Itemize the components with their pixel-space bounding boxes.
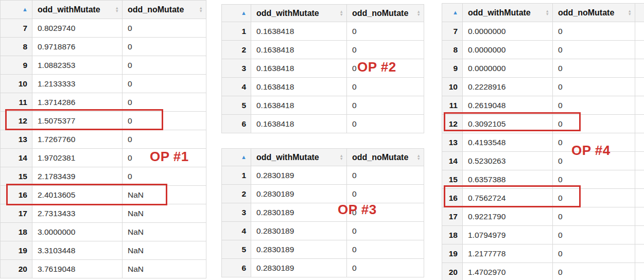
column-header-odd-withmutate[interactable]: odd_withMutate▲▼ [463, 4, 553, 22]
column-label: odd_withMutate [38, 5, 100, 14]
row-number-cell: 15 [1, 167, 32, 186]
data-cell: 0 [553, 226, 635, 244]
table-row: 193.3103448NaN [1, 241, 206, 260]
row-number-header[interactable]: ▲ [1, 1, 32, 19]
table-row: 40.28301890 [222, 222, 424, 240]
column-header-odd-nomutate[interactable]: odd_noMutate▲▼ [347, 5, 424, 22]
row-number-cell: 5 [222, 240, 251, 259]
table-row: 80.00000000 [442, 41, 644, 59]
data-cell: 0 [553, 59, 635, 78]
data-cell: 0.9221790 [463, 207, 553, 226]
data-cell: 0 [347, 185, 424, 203]
data-cell: 0 [123, 130, 206, 149]
table-header-row: ▲ odd_withMutate▲▼ odd_noMutate▲▼ [442, 4, 644, 22]
data-cell: NaN [123, 260, 206, 278]
row-number-cell: 9 [442, 59, 463, 78]
row-number-header[interactable]: ▲ [442, 4, 463, 22]
data-cell: NaN [123, 223, 206, 241]
annotation-label-op1: OP #1 [150, 150, 189, 164]
column-label: odd_noMutate [558, 8, 614, 18]
data-cell: 1.4702970 [463, 263, 553, 280]
annotation-label-op4: OP #4 [571, 144, 611, 157]
data-cell: 0.2830189 [251, 259, 347, 277]
data-cell: 0 [347, 115, 424, 133]
column-header-odd-withmutate[interactable]: odd_withMutate▲▼ [251, 149, 347, 166]
row-number-cell: 7 [442, 22, 463, 41]
row-number-cell: 1 [222, 166, 251, 185]
annotation-box-op1-row16 [6, 184, 167, 205]
data-cell: 0 [553, 263, 635, 280]
row-number-cell: 3 [222, 203, 251, 222]
row-number-cell: 17 [1, 204, 32, 223]
data-cell: 0.2228916 [463, 78, 553, 96]
data-cell: 0.2830189 [251, 240, 347, 259]
row-number-cell: 10 [1, 75, 32, 93]
column-label: odd_noMutate [352, 153, 408, 162]
sort-toggle-icon: ▲▼ [628, 10, 632, 16]
table-row: 50.28301890 [222, 240, 424, 259]
row-number-cell: 1 [222, 22, 251, 41]
clipped-cell [635, 189, 644, 207]
clipped-cell [635, 133, 644, 152]
clipped-cell [635, 22, 644, 41]
column-label: odd_noMutate [352, 9, 408, 18]
data-cell: 0 [123, 19, 206, 38]
clipped-cell [635, 207, 644, 226]
table-row: 183.0000000NaN [1, 223, 206, 241]
row-number-cell: 6 [222, 259, 251, 277]
table-row: 60.16384180 [222, 115, 424, 133]
table-row: 60.28301890 [222, 259, 424, 277]
row-number-cell: 4 [222, 222, 251, 240]
data-cell: 0 [553, 78, 635, 96]
table-row: 80.97188760 [1, 38, 206, 56]
data-cell: 3.3103448 [32, 241, 123, 260]
sort-toggle-icon: ▲▼ [546, 10, 549, 16]
clipped-cell [635, 59, 644, 78]
table-row: 10.16384180 [222, 22, 424, 41]
data-cell: 2.1783439 [32, 167, 123, 186]
data-cell: 0 [347, 259, 424, 277]
row-number-cell: 5 [222, 96, 251, 115]
row-number-header[interactable]: ▲ [222, 5, 251, 22]
column-header-odd-withmutate[interactable]: odd_withMutate▲▼ [251, 5, 347, 22]
annotation-label-op3: OP #3 [338, 203, 377, 217]
table-row: 131.72677600 [1, 130, 206, 149]
row-number-cell: 3 [222, 59, 251, 78]
row-number-header[interactable]: ▲ [222, 149, 251, 166]
column-header-odd-nomutate[interactable]: odd_noMutate▲▼ [553, 4, 635, 22]
table-row: 70.80297400 [1, 19, 206, 38]
row-number-cell: 19 [1, 241, 32, 260]
data-cell: 0.8029740 [32, 19, 123, 38]
table-row: 140.52302630 [442, 152, 644, 170]
viewer-canvas: ▲ odd_withMutate▲▼ odd_noMutate▲▼ 70.802… [0, 0, 644, 280]
data-cell: 0.2830189 [251, 222, 347, 240]
data-cell: 0.2830189 [251, 203, 347, 222]
table-row: 201.47029700 [442, 263, 644, 280]
data-cell: 0.1638418 [251, 115, 347, 133]
table-header-row: ▲ odd_withMutate▲▼ odd_noMutate▲▼ [1, 1, 206, 19]
table-row: 30.28301890 [222, 203, 424, 222]
sort-toggle-icon: ▲▼ [340, 154, 343, 161]
row-number-cell: 2 [222, 41, 251, 59]
table-header-row: ▲ odd_withMutate▲▼ odd_noMutate▲▼ [222, 149, 424, 166]
column-header-odd-nomutate[interactable]: odd_noMutate▲▼ [123, 1, 206, 19]
table-body: 10.1638418020.1638418030.1638418040.1638… [222, 22, 424, 133]
column-header-odd-nomutate[interactable]: odd_noMutate▲▼ [347, 149, 424, 166]
data-cell: 0 [553, 41, 635, 59]
data-cell: 1.0882353 [32, 56, 123, 75]
row-number-cell: 7 [1, 19, 32, 38]
table-row: 40.16384180 [222, 78, 424, 96]
table-row: 90.00000000 [442, 59, 644, 78]
column-label: odd_noMutate [128, 5, 184, 14]
data-cell: 0 [123, 75, 206, 93]
data-cell: 0 [123, 38, 206, 56]
data-cell: 0.0000000 [463, 59, 553, 78]
sort-toggle-icon: ▲▼ [340, 10, 343, 16]
table-body: 70.0000000080.0000000090.00000000100.222… [442, 22, 644, 280]
table-row: 101.21333330 [1, 75, 206, 93]
table-row: 152.17834390 [1, 167, 206, 186]
sort-toggle-icon: ▲▼ [417, 10, 421, 16]
row-number-cell: 20 [1, 260, 32, 278]
data-cell: 0.1638418 [251, 96, 347, 115]
column-header-odd-withmutate[interactable]: odd_withMutate▲▼ [32, 1, 123, 19]
